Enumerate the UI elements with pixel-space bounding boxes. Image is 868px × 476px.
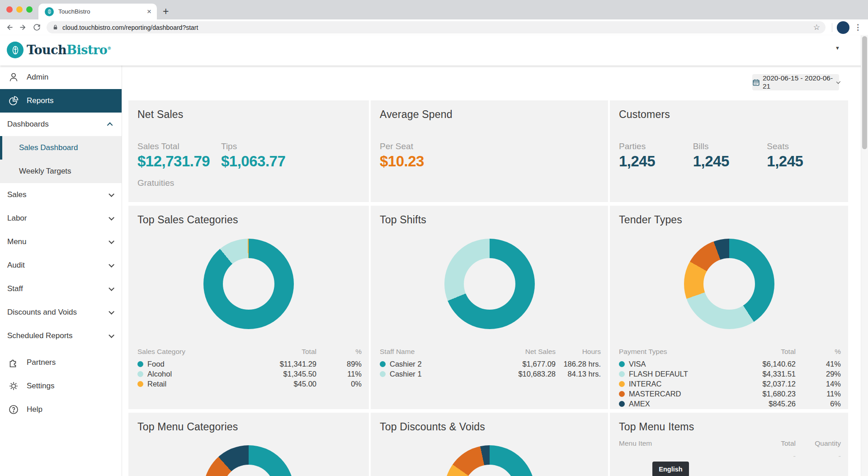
table-cell: $2,037.12 bbox=[717, 380, 796, 388]
table-cell: 186.28 hrs. bbox=[556, 360, 601, 368]
table-cell: Food bbox=[137, 360, 237, 368]
sidebar-spacer bbox=[0, 348, 122, 351]
sidebar-item-sales-dashboard[interactable]: Sales Dashboard bbox=[0, 136, 122, 160]
menu-categories-donut-chart[interactable] bbox=[203, 445, 294, 476]
card-title: Top Sales Categories bbox=[137, 214, 362, 226]
table-cell: Alcohol bbox=[137, 370, 237, 378]
discounts-voids-donut-chart[interactable] bbox=[444, 445, 535, 476]
language-button[interactable]: English bbox=[652, 462, 689, 476]
column-header: Payment Types bbox=[619, 348, 717, 356]
forward-icon[interactable] bbox=[19, 23, 28, 32]
touchbistro-logo-icon bbox=[7, 42, 24, 58]
table-cell: $11,341.29 bbox=[237, 360, 316, 368]
url-bar[interactable]: cloud.touchbistro.com/reporting/dashboar… bbox=[47, 21, 826, 33]
chevron-down-icon bbox=[108, 262, 114, 268]
tab-close-icon[interactable]: × bbox=[147, 8, 151, 15]
table-cell: 84.13 hrs. bbox=[556, 370, 601, 378]
metric-label: Seats bbox=[767, 141, 841, 151]
sidebar-item-dashboards[interactable]: Dashboards bbox=[0, 113, 122, 136]
metric-label: Tips bbox=[221, 141, 305, 151]
sidebar-item-help[interactable]: Help bbox=[0, 398, 122, 421]
column-header: % bbox=[316, 348, 362, 356]
tender-types-donut-chart[interactable] bbox=[684, 239, 774, 329]
gear-icon bbox=[8, 381, 20, 391]
metric-value: $12,731.79 bbox=[137, 153, 221, 170]
sidebar-item-audit[interactable]: Audit bbox=[0, 254, 122, 277]
table-cell-text: 89% bbox=[347, 360, 362, 368]
table-row: MASTERCARD$1,680.2311% bbox=[619, 389, 841, 399]
table-cell-text: 186.28 hrs. bbox=[563, 360, 601, 368]
maximize-window-button[interactable] bbox=[26, 6, 33, 13]
sidebar-item-weekly-targets[interactable]: Weekly Targets bbox=[0, 160, 122, 183]
sidebar-item-sales[interactable]: Sales bbox=[0, 183, 122, 207]
metric-value: $10.23 bbox=[380, 153, 463, 170]
sidebar-item-reports[interactable]: Reports bbox=[0, 89, 122, 113]
browser-menu-icon[interactable]: ⋮ bbox=[854, 23, 862, 32]
top-shifts-donut-chart[interactable] bbox=[444, 239, 535, 329]
table-cell-text: INTERAC bbox=[629, 380, 661, 388]
account-caret-icon[interactable]: ▼ bbox=[835, 45, 840, 51]
table-cell-text: $2,037.12 bbox=[763, 380, 796, 388]
card-title: Top Discounts & Voids bbox=[380, 421, 601, 433]
legend-dot-icon bbox=[619, 381, 625, 387]
card-title: Top Shifts bbox=[380, 214, 601, 226]
sidebar-item-staff[interactable]: Staff bbox=[0, 277, 122, 301]
table-cell-text: FLASH DEFAULT bbox=[629, 370, 688, 378]
sidebar-item-label: Menu bbox=[7, 237, 108, 246]
sidebar-item-label: Weekly Targets bbox=[19, 167, 113, 176]
tab-title: TouchBistro bbox=[58, 8, 147, 15]
sidebar-item-menu[interactable]: Menu bbox=[0, 230, 122, 254]
tender-types-table: Payment TypesTotal%VISA$6,140.6241%FLASH… bbox=[619, 346, 841, 409]
sidebar-item-admin[interactable]: Admin bbox=[0, 66, 122, 89]
average-spend-card: Average Spend Per Seat$10.23 bbox=[371, 100, 608, 202]
net-sales-card: Net Sales Sales Total$12,731.79Tips$1,06… bbox=[128, 100, 369, 202]
top-shifts-card: Top Shifts Staff NameNet SalesHoursCashi… bbox=[371, 206, 608, 409]
browser-tab[interactable]: TouchBistro × bbox=[38, 4, 157, 19]
table-header-row: Sales CategoryTotal% bbox=[137, 346, 362, 357]
metric: Bills1,245 bbox=[693, 141, 767, 170]
sidebar-item-settings[interactable]: Settings bbox=[0, 374, 122, 398]
touchbistro-logo[interactable]: TouchBistro® bbox=[7, 42, 111, 58]
gratuities-label: Gratuities bbox=[137, 178, 362, 188]
metric-value: 1,245 bbox=[693, 153, 767, 170]
table-cell-text: $11,341.29 bbox=[280, 360, 316, 368]
sidebar-item-scheduled-reports[interactable]: Scheduled Reports bbox=[0, 324, 122, 348]
table-cell-text: $6,140.62 bbox=[763, 360, 796, 368]
bottom-card-row: Top Menu Categories Top Discounts & Void… bbox=[128, 413, 848, 476]
calendar-icon bbox=[752, 79, 760, 86]
sidebar-item-labor[interactable]: Labor bbox=[0, 207, 122, 230]
sidebar-item-label: Help bbox=[27, 405, 113, 414]
metric-value: 1,245 bbox=[767, 153, 841, 170]
sidebar-item-label: Discounts and Voids bbox=[7, 308, 108, 317]
table-cell: 89% bbox=[316, 360, 362, 368]
table-cell: Cashier 1 bbox=[380, 370, 476, 378]
table-cell-text: Cashier 2 bbox=[390, 360, 422, 368]
column-header: Total bbox=[717, 439, 796, 448]
sidebar-item-partners[interactable]: Partners bbox=[0, 351, 122, 374]
table-row: -- bbox=[619, 451, 841, 461]
minimize-window-button[interactable] bbox=[16, 6, 23, 13]
table-cell: $45.00 bbox=[237, 380, 316, 388]
new-tab-button[interactable]: + bbox=[163, 4, 169, 19]
column-header: Hours bbox=[556, 348, 601, 356]
close-window-button[interactable] bbox=[6, 6, 13, 13]
table-cell-text: 6% bbox=[830, 400, 841, 408]
table-cell-text: Cashier 1 bbox=[390, 370, 422, 378]
reload-icon[interactable] bbox=[33, 23, 41, 32]
card-title: Average Spend bbox=[380, 108, 601, 121]
metric: Tips$1,063.77 bbox=[221, 141, 305, 170]
legend-dot-icon bbox=[380, 361, 386, 367]
back-icon[interactable] bbox=[5, 23, 14, 32]
table-row: Food$11,341.2989% bbox=[137, 359, 362, 369]
scrollbar-thumb[interactable] bbox=[862, 36, 867, 149]
table-cell-text: $845.26 bbox=[769, 400, 796, 408]
sales-categories-donut-chart[interactable] bbox=[203, 239, 294, 329]
sidebar-item-discounts-and-voids[interactable]: Discounts and Voids bbox=[0, 301, 122, 324]
legend-dot-icon bbox=[619, 371, 625, 377]
date-range-picker[interactable]: 2020-06-15 - 2020-06-21 bbox=[752, 74, 839, 90]
profile-avatar[interactable] bbox=[837, 21, 849, 34]
table-row: Cashier 1$10,683.2884.13 hrs. bbox=[380, 369, 601, 379]
table-row: AMEX$845.266% bbox=[619, 399, 841, 409]
customers-card: Customers Parties1,245Bills1,245Seats1,2… bbox=[610, 100, 848, 202]
bookmark-star-icon[interactable]: ☆ bbox=[813, 23, 820, 32]
